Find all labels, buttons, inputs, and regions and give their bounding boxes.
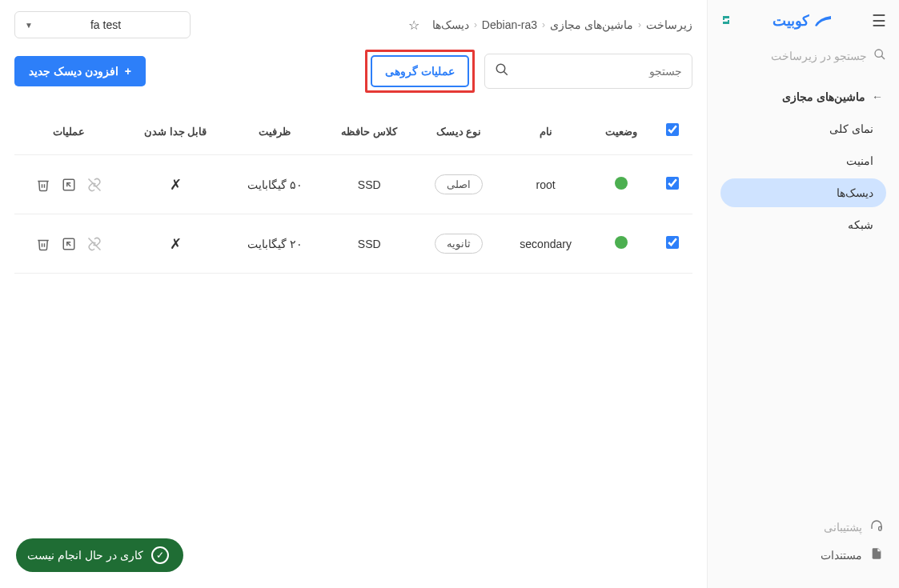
chevron-left-icon: › xyxy=(542,19,545,30)
add-disk-label: افزودن دیسک جدید xyxy=(29,65,118,78)
table-row: root اصلی SSD ۵۰ گیگابایت ✗ xyxy=(14,155,692,214)
disks-table: وضعیت نام نوع دیسک کلاس حافظه ظرفیت قابل… xyxy=(14,109,692,274)
col-actions: عملیات xyxy=(14,109,123,155)
svg-point-2 xyxy=(496,64,505,73)
check-circle-icon: ✓ xyxy=(151,546,169,564)
disk-type-pill: اصلی xyxy=(435,174,483,194)
sidebar-item-network[interactable]: شبکه xyxy=(720,210,886,239)
sidebar: ☰ کوبیت جستجو در زیرساخت ← ماشین‌های مجا… xyxy=(707,0,899,588)
brand-name: کوبیت xyxy=(773,12,809,30)
detach-icon[interactable] xyxy=(87,178,102,192)
sidebar-group-head[interactable]: ← ماشین‌های مجازی xyxy=(714,82,893,111)
row-checkbox[interactable] xyxy=(666,177,679,190)
disk-capacity: ۲۰ گیگابایت xyxy=(227,214,322,274)
breadcrumb-level2[interactable]: Debian-ra3 xyxy=(482,18,537,31)
col-name: نام xyxy=(501,109,591,155)
delete-icon[interactable] xyxy=(36,178,50,192)
svg-line-3 xyxy=(504,71,508,75)
detach-icon[interactable] xyxy=(87,237,102,251)
sidebar-search[interactable]: جستجو در زیرساخت xyxy=(708,42,899,70)
disk-class: SSD xyxy=(322,155,417,214)
status-dot-active xyxy=(615,236,628,249)
detachable-value: ✗ xyxy=(170,236,182,252)
sidebar-docs[interactable]: مستندات xyxy=(724,541,883,569)
brand-secondary-logo xyxy=(720,14,732,28)
sidebar-item-overview[interactable]: نمای کلی xyxy=(720,114,886,143)
svg-point-0 xyxy=(875,50,882,57)
project-dropdown-value: fa test xyxy=(90,18,121,31)
disk-class: SSD xyxy=(322,214,417,274)
main-content: زیرساخت › ماشین‌های مجازی › Debian-ra3 ›… xyxy=(0,0,707,588)
highlight-annotation: عملیات گروهی xyxy=(365,50,475,93)
breadcrumb: زیرساخت › ماشین‌های مجازی › Debian-ra3 ›… xyxy=(432,18,692,31)
table-search-input[interactable] xyxy=(509,65,682,78)
table-search[interactable] xyxy=(484,54,692,89)
add-disk-button[interactable]: + افزودن دیسک جدید xyxy=(14,56,146,86)
toast-message: کاری در حال انجام نیست xyxy=(27,549,143,562)
chevron-left-icon: › xyxy=(638,19,641,30)
plus-icon: + xyxy=(125,65,131,78)
breadcrumb-level1[interactable]: ماشین‌های مجازی xyxy=(550,18,633,31)
svg-line-1 xyxy=(881,56,885,59)
sidebar-support-label: پشتیبانی xyxy=(824,521,862,534)
support-icon xyxy=(870,519,883,534)
col-storage-class: کلاس حافظه xyxy=(322,109,417,155)
caret-down-icon: ▼ xyxy=(25,21,33,30)
group-action-button[interactable]: عملیات گروهی xyxy=(371,55,469,87)
chevron-left-icon: › xyxy=(474,19,477,30)
col-capacity: ظرفیت xyxy=(227,109,322,155)
sidebar-item-security[interactable]: امنیت xyxy=(720,146,886,175)
project-dropdown[interactable]: fa test ▼ xyxy=(14,11,191,38)
disk-type-pill: ثانویه xyxy=(435,234,483,254)
detachable-value: ✗ xyxy=(170,177,182,193)
sidebar-search-placeholder: جستجو در زیرساخت xyxy=(771,50,867,62)
search-icon xyxy=(873,48,886,63)
col-disk-type: نوع دیسک xyxy=(417,109,501,155)
sidebar-support[interactable]: پشتیبانی xyxy=(724,513,883,541)
row-checkbox[interactable] xyxy=(666,236,679,249)
delete-icon[interactable] xyxy=(36,237,50,251)
resize-icon[interactable] xyxy=(62,178,76,192)
search-icon xyxy=(495,62,509,81)
sidebar-docs-label: مستندات xyxy=(821,549,862,562)
col-detachable: قابل جدا شدن xyxy=(123,109,228,155)
select-all-checkbox[interactable] xyxy=(666,123,679,136)
favorite-star-icon[interactable]: ☆ xyxy=(408,18,419,33)
disk-name: root xyxy=(501,155,591,214)
status-toast[interactable]: ✓ کاری در حال انجام نیست xyxy=(16,538,183,572)
brand-logo[interactable]: کوبیت xyxy=(773,12,832,30)
sidebar-group-title: ماشین‌های مجازی xyxy=(782,90,865,103)
table-row: secondary ثانویه SSD ۲۰ گیگابایت ✗ xyxy=(14,214,692,274)
breadcrumb-current: دیسک‌ها xyxy=(432,18,469,31)
arrow-right-icon: ← xyxy=(872,90,883,103)
sidebar-item-disks[interactable]: دیسک‌ها xyxy=(720,178,886,207)
docs-icon xyxy=(870,547,883,562)
disk-name: secondary xyxy=(501,214,591,274)
disk-capacity: ۵۰ گیگابایت xyxy=(227,155,322,214)
col-status: وضعیت xyxy=(590,109,652,155)
hamburger-menu-icon[interactable]: ☰ xyxy=(872,11,886,30)
status-dot-active xyxy=(615,177,628,190)
breadcrumb-root[interactable]: زیرساخت xyxy=(646,18,692,31)
resize-icon[interactable] xyxy=(62,237,76,251)
